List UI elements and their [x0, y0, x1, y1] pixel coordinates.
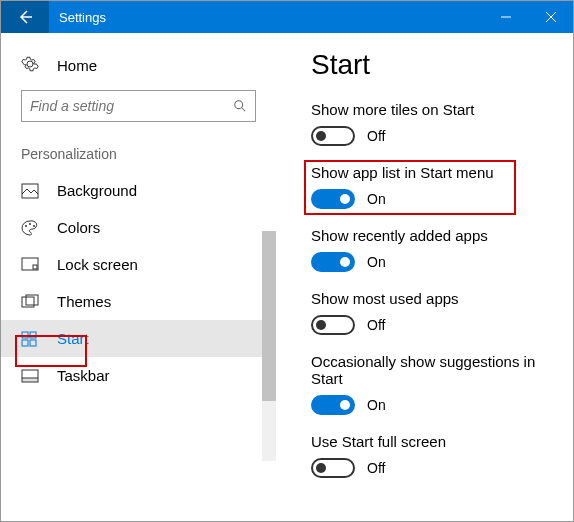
sidebar-scrollbar[interactable] [262, 231, 276, 461]
window-controls [483, 1, 573, 33]
toggle-state: On [367, 254, 386, 270]
nav-item-themes[interactable]: Themes [1, 283, 276, 320]
toggle-state: Off [367, 128, 385, 144]
nav-item-taskbar[interactable]: Taskbar [1, 357, 276, 394]
setting-label: Show more tiles on Start [311, 101, 555, 118]
toggle-state: On [367, 397, 386, 413]
minimize-icon [501, 12, 511, 22]
section-header: Personalization [1, 140, 276, 172]
toggle-recently-added[interactable] [311, 252, 355, 272]
svg-rect-9 [22, 332, 28, 338]
search-icon [233, 99, 247, 113]
setting-suggestions: Occasionally show suggestions in Start O… [311, 353, 555, 415]
nav-label: Start [57, 330, 89, 347]
nav-item-lock-screen[interactable]: Lock screen [1, 246, 276, 283]
start-icon [21, 331, 41, 347]
minimize-button[interactable] [483, 1, 528, 33]
setting-label: Show recently added apps [311, 227, 555, 244]
settings-window: Settings Home Personalization [0, 0, 574, 522]
svg-rect-6 [33, 265, 37, 269]
taskbar-icon [21, 368, 41, 384]
setting-label: Use Start full screen [311, 433, 555, 450]
close-button[interactable] [528, 1, 573, 33]
home-nav[interactable]: Home [1, 49, 276, 90]
palette-icon [21, 220, 41, 236]
lock-screen-icon [21, 257, 41, 273]
themes-icon [21, 294, 41, 310]
nav-list: Background Colors Lock screen Themes Sta… [1, 172, 276, 394]
setting-full-screen: Use Start full screen Off [311, 433, 555, 478]
main-panel: Start Show more tiles on Start Off Show … [276, 33, 573, 521]
toggle-state: On [367, 191, 386, 207]
svg-rect-14 [22, 378, 38, 382]
svg-rect-10 [30, 332, 36, 338]
search-input[interactable] [30, 98, 233, 114]
titlebar: Settings [1, 1, 573, 33]
setting-app-list: Show app list in Start menu On [311, 164, 555, 209]
nav-label: Lock screen [57, 256, 138, 273]
nav-label: Taskbar [57, 367, 110, 384]
toggle-state: Off [367, 460, 385, 476]
home-label: Home [57, 57, 97, 74]
window-title: Settings [49, 10, 483, 25]
svg-point-4 [33, 225, 35, 227]
toggle-suggestions[interactable] [311, 395, 355, 415]
nav-item-start[interactable]: Start [1, 320, 276, 357]
nav-item-colors[interactable]: Colors [1, 209, 276, 246]
nav-label: Colors [57, 219, 100, 236]
page-heading: Start [311, 49, 555, 81]
toggle-more-tiles[interactable] [311, 126, 355, 146]
setting-more-tiles: Show more tiles on Start Off [311, 101, 555, 146]
sidebar: Home Personalization Background Colors [1, 33, 276, 521]
close-icon [546, 12, 556, 22]
toggle-state: Off [367, 317, 385, 333]
toggle-full-screen[interactable] [311, 458, 355, 478]
setting-recently-added: Show recently added apps On [311, 227, 555, 272]
gear-icon [21, 55, 41, 76]
svg-rect-11 [22, 340, 28, 346]
setting-label: Show most used apps [311, 290, 555, 307]
arrow-left-icon [17, 9, 33, 25]
scrollbar-thumb[interactable] [262, 231, 276, 401]
svg-rect-12 [30, 340, 36, 346]
content-area: Home Personalization Background Colors [1, 33, 573, 521]
svg-point-3 [29, 223, 31, 225]
search-box[interactable] [21, 90, 256, 122]
setting-most-used: Show most used apps Off [311, 290, 555, 335]
svg-point-0 [235, 101, 243, 109]
setting-label: Occasionally show suggestions in Start [311, 353, 555, 387]
nav-label: Background [57, 182, 137, 199]
nav-item-background[interactable]: Background [1, 172, 276, 209]
toggle-app-list[interactable] [311, 189, 355, 209]
svg-point-2 [25, 225, 27, 227]
picture-icon [21, 183, 41, 199]
setting-label: Show app list in Start menu [311, 164, 555, 181]
back-button[interactable] [1, 1, 49, 33]
toggle-most-used[interactable] [311, 315, 355, 335]
svg-rect-5 [22, 258, 38, 270]
nav-label: Themes [57, 293, 111, 310]
